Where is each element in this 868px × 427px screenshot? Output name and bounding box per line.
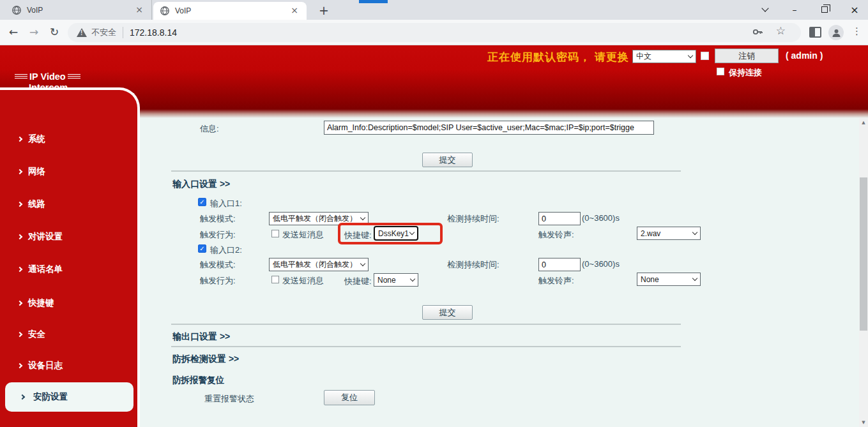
sidebar-item-line[interactable]: 线路 — [0, 197, 135, 211]
admin-user-label: ( admin ) — [786, 50, 823, 61]
language-apply-checkbox[interactable] — [701, 52, 709, 60]
address-bar[interactable]: 不安全 172.18.8.14 ☆ — [68, 23, 801, 42]
tab-close-icon[interactable]: × — [133, 4, 145, 16]
sidebar-item-call-list[interactable]: 通话名单 — [0, 262, 135, 276]
security-chip[interactable]: 不安全 172.18.8.14 — [77, 27, 177, 38]
content-scrollbar[interactable]: ▲ ▼ — [859, 118, 868, 427]
reset-alarm-state-label: 重置报警状态 — [204, 393, 254, 405]
scrollbar-thumb[interactable] — [860, 177, 867, 331]
duration-label: 检测持续时间: — [447, 259, 499, 271]
window-close-button[interactable]: × — [845, 1, 864, 18]
bookmark-star-icon[interactable]: ☆ — [776, 24, 786, 37]
hotkey-label: 快捷键: — [344, 276, 372, 287]
chevron-down-icon — [692, 276, 697, 281]
highlight-annotation-box — [338, 223, 443, 244]
send-sms-checkbox-port2[interactable] — [271, 276, 279, 283]
sidebar-item-security[interactable]: 安全 — [0, 327, 135, 341]
tab-title: VoIP — [175, 6, 289, 15]
output-port-section-header[interactable]: 输出口设置 >> — [172, 331, 230, 343]
trigger-mode-select-port2[interactable]: 低电平触发（闭合触发） — [269, 258, 369, 271]
trigger-ring-label: 触发铃声: — [538, 275, 574, 287]
language-value: 中文 — [636, 51, 651, 62]
tamper-alarm-reset-title: 防拆报警复位 — [172, 375, 224, 386]
forward-icon[interactable]: → — [26, 25, 42, 40]
input-port-section-header[interactable]: 输入口设置 >> — [172, 179, 230, 190]
sidebar-item-function-key[interactable]: 快捷键 — [0, 296, 135, 310]
duration-input-port1[interactable] — [538, 212, 581, 225]
keep-alive-checkbox[interactable] — [717, 68, 724, 75]
input-port1-checkbox[interactable]: ✓ — [198, 198, 206, 206]
ring-select-port2[interactable]: None — [637, 273, 701, 286]
chevron-down-icon — [688, 53, 693, 58]
default-password-warning: 正在使用默认密码， 请更换 — [487, 50, 629, 64]
arrow-right-icon — [20, 394, 25, 400]
hotkey-select-port2[interactable]: None — [374, 273, 418, 287]
scroll-up-icon[interactable]: ▲ — [859, 120, 868, 125]
input-port1-label: 输入口1: — [210, 198, 242, 209]
input-port2-label: 输入口2: — [210, 244, 242, 256]
scroll-down-icon[interactable]: ▼ — [859, 420, 868, 425]
logo-speed-lines — [15, 74, 27, 79]
reset-button[interactable]: 复位 — [324, 390, 375, 405]
sidebar-item-system[interactable]: 系统 — [0, 132, 135, 146]
sidebar-item-intercom-settings[interactable]: 对讲设置 — [0, 230, 135, 244]
browser-menu-dots-icon[interactable]: ⋮ — [852, 26, 862, 37]
chevron-down-icon — [410, 276, 415, 281]
duration-label: 检测持续时间: — [447, 213, 499, 225]
chevron-down-icon — [360, 215, 365, 220]
tab-title: VoIP — [27, 6, 133, 15]
chevron-down-icon — [360, 261, 365, 266]
divider — [171, 170, 681, 172]
trigger-mode-label: 触发模式: — [200, 259, 236, 271]
tab-voip-2-active[interactable]: VoIP × — [153, 2, 307, 20]
duration-range-label: (0~3600)s — [582, 213, 620, 223]
tab-close-icon[interactable]: × — [289, 5, 300, 17]
not-secure-warning-icon — [77, 28, 87, 37]
password-key-icon[interactable] — [751, 26, 764, 38]
profile-avatar[interactable] — [828, 25, 844, 40]
arrow-right-icon — [17, 363, 22, 368]
arrow-right-icon — [17, 137, 22, 142]
sidebar-item-security-settings-active[interactable]: 安防设置 — [5, 382, 133, 412]
duration-input-port2[interactable] — [538, 258, 581, 271]
window-restore-button[interactable] — [815, 1, 834, 18]
logout-button[interactable]: 注销 — [715, 49, 779, 63]
arrow-right-icon — [17, 202, 22, 207]
send-sms-label: 发送短消息 — [282, 229, 324, 241]
separator — [123, 27, 123, 38]
back-icon[interactable]: ← — [6, 25, 21, 40]
screen: VoIP × VoIP × + – × ← → ↻ 不安全 172.18.8.1… — [0, 0, 868, 427]
arrow-right-icon — [17, 234, 22, 239]
logo-line1: IP Video — [29, 71, 66, 82]
input-port2-checkbox[interactable]: ✓ — [198, 244, 206, 253]
trigger-ring-label: 触发铃声: — [538, 229, 574, 241]
browser-toolbar: ← → ↻ 不安全 172.18.8.14 ☆ ⋮ — [0, 20, 868, 45]
screenshot-blue-artifact — [359, 0, 388, 3]
tamper-detect-section-header[interactable]: 防拆检测设置 >> — [172, 354, 239, 365]
send-sms-label: 发送短消息 — [282, 275, 324, 287]
alarm-info-input[interactable] — [324, 121, 654, 135]
reload-icon[interactable]: ↻ — [47, 25, 62, 40]
ring-select-port1[interactable]: 2.wav — [637, 227, 701, 240]
chevron-down-icon — [692, 230, 697, 235]
arrow-right-icon — [17, 169, 22, 174]
submit-button-ports[interactable]: 提交 — [422, 305, 473, 320]
arrow-right-icon — [17, 332, 22, 337]
sidebar-item-device-log[interactable]: 设备日志 — [0, 359, 135, 373]
new-tab-button[interactable]: + — [316, 3, 332, 19]
url-text: 172.18.8.14 — [130, 27, 177, 38]
trigger-action-label: 触发行为: — [200, 229, 236, 241]
tab-search-chevron-icon[interactable] — [756, 1, 775, 18]
send-sms-checkbox-port1[interactable] — [271, 230, 279, 237]
arrow-right-icon — [17, 301, 22, 306]
window-minimize-button[interactable]: – — [785, 1, 804, 18]
divider — [171, 324, 681, 325]
side-panel-icon[interactable] — [809, 27, 821, 38]
tab-voip-1[interactable]: VoIP × — [5, 0, 152, 20]
duration-range-label: (0~3600)s — [582, 259, 620, 269]
language-select[interactable]: 中文 — [632, 50, 696, 63]
content-area — [140, 118, 868, 427]
sidebar-item-network[interactable]: 网络 — [0, 165, 135, 179]
submit-button-info[interactable]: 提交 — [422, 153, 473, 167]
keep-alive-label: 保持连接 — [729, 67, 762, 79]
